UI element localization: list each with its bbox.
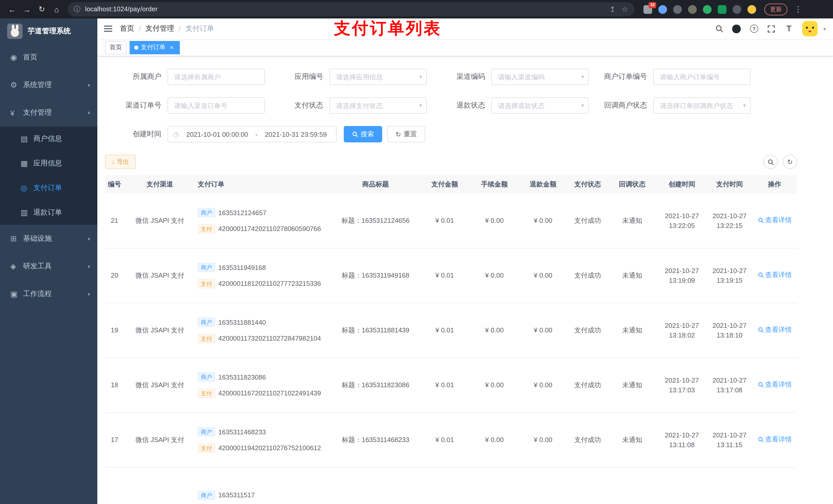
cell-amount: ¥ 0.01 (419, 380, 470, 390)
address-bar[interactable]: ⓘ localhost:1024/pay/order ↥ ☆ (68, 2, 634, 16)
main-area: 首页/支付管理/支付订单 支付订单列表 ? T ▾ (97, 19, 833, 504)
view-detail-link[interactable]: 查看详情 (757, 215, 792, 225)
view-detail-label: 查看详情 (765, 270, 792, 280)
filter-input[interactable] (168, 69, 265, 85)
browser-reload-button[interactable]: ↻ (35, 2, 49, 16)
sidebar-item-workflow[interactable]: ▣ 工作流程 ▾ (0, 280, 97, 308)
breadcrumb-item[interactable]: 支付管理 (145, 24, 174, 33)
sidebar-item-merchant-info[interactable]: ▤ 商户信息 (0, 126, 97, 151)
browser-home-button[interactable]: ⌂ (50, 2, 64, 16)
column-header: 手续金额 (470, 180, 519, 189)
column-header: 编号 (105, 180, 124, 189)
cell-action: 查看详情 (752, 215, 797, 226)
filter-field: 支付状态 ▾ (267, 97, 429, 114)
table-row[interactable]: 商户 1635311517 (105, 467, 797, 504)
filter-input[interactable] (491, 97, 589, 114)
bookmark-star-icon[interactable]: ☆ (622, 5, 628, 13)
help-icon[interactable]: ? (748, 23, 760, 35)
caret-down-icon[interactable]: ▾ (823, 26, 826, 31)
cell-paid-time: 2021-10-27 13:18:10 (707, 320, 752, 340)
cell-paid-time: 2021-10-27 13:22:15 (707, 211, 752, 231)
breadcrumb: 首页/支付管理/支付订单 (120, 24, 214, 33)
extension-olive-icon[interactable] (688, 5, 697, 14)
date-range-picker[interactable]: ◷ 2021-10-01 00:00:00 - 2021-10-31 23:59… (168, 126, 337, 142)
view-detail-link[interactable]: 查看详情 (757, 435, 792, 445)
app-logo-row[interactable]: 芋道管理系统 (0, 19, 97, 44)
filter-input[interactable] (653, 97, 751, 114)
export-button-label: 导出 (117, 158, 129, 166)
column-header: 退款金额 (519, 180, 568, 189)
extension-green-circle-icon[interactable] (703, 5, 712, 14)
date-end-value[interactable]: 2021-10-31 23:59:59 (261, 130, 331, 138)
cell-notify-status: 未通知 (608, 326, 657, 335)
site-info-icon[interactable]: ⓘ (74, 5, 80, 14)
view-detail-link[interactable]: 查看详情 (757, 380, 792, 390)
export-button[interactable]: ↓ 导出 (105, 155, 136, 169)
browser-update-button[interactable]: 更新 (764, 3, 787, 15)
cell-pay-order: 商户 1635312124657 支付 42000011742021102780… (196, 208, 332, 234)
filter-input[interactable] (329, 97, 427, 114)
merchant-order-line: 商户 1635311823086 (198, 372, 331, 382)
extension-gray-icon[interactable] (673, 5, 682, 14)
search-icon[interactable] (713, 23, 725, 35)
channel-order-no: 4200001174202110278060590766 (218, 224, 321, 234)
date-start-value[interactable]: 2021-10-01 00:00:00 (182, 130, 252, 138)
avatar[interactable] (802, 21, 818, 37)
sidebar-item-infrastructure[interactable]: ⊞ 基础设施 ▾ (0, 225, 97, 253)
fullscreen-icon[interactable] (765, 23, 778, 35)
table-row[interactable]: 21 微信 JSAPI 支付 商户 1635312124657 支付 42000… (105, 194, 797, 248)
filter-label: 创建时间 (105, 129, 168, 139)
filter-input[interactable] (653, 69, 751, 85)
sidebar-item-home[interactable]: ◉ 首页 (0, 44, 97, 71)
extension-pin-icon[interactable] (733, 5, 741, 14)
browser-back-button[interactable]: ← (5, 2, 19, 16)
sidebar-item-system[interactable]: ⚙ 系统管理 ▾ (0, 71, 97, 99)
reset-button[interactable]: ↻ 重置 (387, 126, 425, 142)
search-button[interactable]: 搜索 (344, 126, 382, 142)
gear-icon: ⚙ (10, 80, 23, 90)
extension-green-square-icon[interactable] (718, 5, 727, 14)
sidebar-item-pay[interactable]: ¥ 支付管理 ▾ (0, 99, 97, 126)
github-icon[interactable] (731, 23, 743, 35)
browser-menu-icon[interactable]: ⋮ (793, 5, 803, 14)
filter-input[interactable] (329, 69, 427, 85)
cell-title: 标题：1635311881439 (332, 326, 419, 335)
filter-input[interactable] (491, 69, 589, 85)
channel-order-line: 支付 4200001167202110271022491439 (198, 388, 331, 398)
extensions-puzzle-icon[interactable]: 10 (643, 5, 652, 14)
breadcrumb-item[interactable]: 首页 (120, 24, 134, 33)
cell-pay-order: 商户 1635311881440 支付 42000011732021102728… (196, 317, 332, 343)
close-icon[interactable]: × (168, 44, 175, 51)
table-row[interactable]: 19 微信 JSAPI 支付 商户 1635311881440 支付 42000… (105, 303, 797, 358)
sidebar-item-pay-order[interactable]: ◎ 支付订单 (0, 176, 97, 200)
tag-view-tab[interactable]: 首页 (105, 41, 126, 54)
extension-blue-icon[interactable] (658, 5, 667, 14)
cell-action: 查看详情 (752, 435, 797, 446)
column-header: 支付状态 (568, 180, 608, 189)
cell-refund: ¥ 0.00 (519, 380, 568, 390)
cell-channel: 微信 JSAPI 支付 (124, 216, 196, 226)
cell-paid-time: 2021-10-27 13:19:15 (707, 266, 752, 286)
sidebar-toggle-icon[interactable] (97, 19, 119, 39)
share-icon[interactable]: ↥ (610, 5, 615, 13)
chevron-down-icon: ▾ (88, 236, 90, 241)
view-detail-link[interactable]: 查看详情 (757, 270, 792, 280)
refresh-table-button[interactable]: ↻ (783, 155, 797, 169)
breadcrumb-item: 支付订单 (186, 24, 214, 33)
pay-tag: 支付 (198, 443, 215, 453)
cell-amount: ¥ 0.01 (419, 435, 470, 445)
sidebar-item-refund-order[interactable]: ▥ 退款订单 (0, 200, 97, 225)
sidebar-item-dev-tools[interactable]: ◈ 研发工具 ▾ (0, 253, 97, 280)
tag-view-tab[interactable]: 支付订单 × (129, 41, 180, 54)
sidebar-item-app-info[interactable]: ▦ 应用信息 (0, 151, 97, 176)
profile-avatar-icon[interactable] (747, 5, 756, 14)
filter-input[interactable] (168, 97, 265, 114)
toggle-search-button[interactable] (763, 155, 778, 169)
table-row[interactable]: 20 微信 JSAPI 支付 商户 1635311949168 支付 42000… (105, 248, 797, 303)
browser-forward-button[interactable]: → (20, 2, 34, 16)
table-row[interactable]: 18 微信 JSAPI 支付 商户 1635311823086 支付 42000… (105, 358, 797, 413)
font-size-icon[interactable]: T (783, 23, 795, 35)
table-row[interactable]: 17 微信 JSAPI 支付 商户 1635311468233 支付 42000… (105, 413, 797, 467)
view-detail-link[interactable]: 查看详情 (757, 325, 792, 335)
column-header: 操作 (752, 180, 797, 189)
